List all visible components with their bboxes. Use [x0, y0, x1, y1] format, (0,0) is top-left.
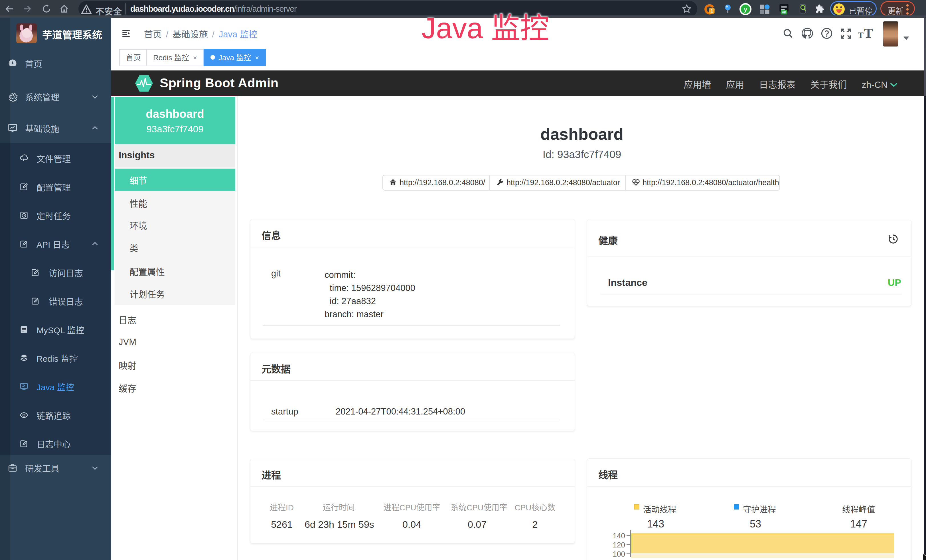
svg-text:1: 1	[710, 9, 713, 14]
svg-text:y: y	[744, 6, 747, 12]
svg-text:on: on	[782, 10, 786, 14]
